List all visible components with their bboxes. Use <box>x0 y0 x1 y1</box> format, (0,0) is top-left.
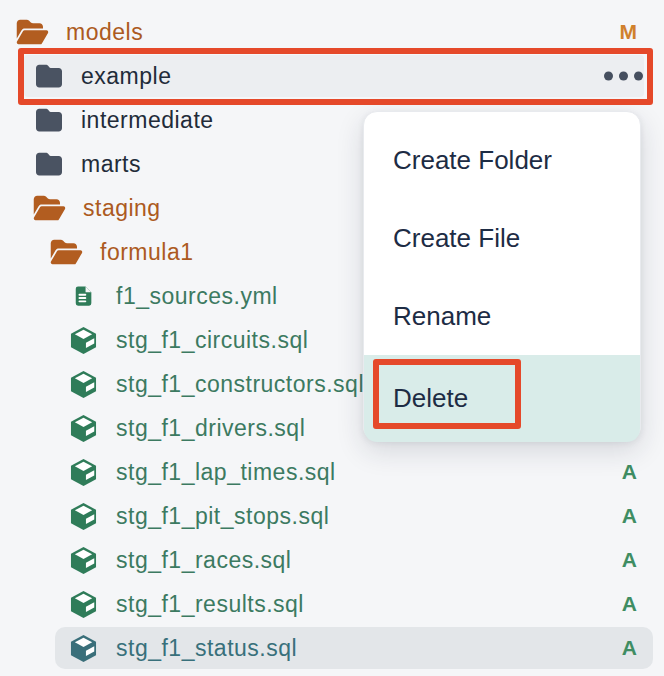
tree-row-stg_f1_status-sql[interactable]: stg_f1_status.sqlA <box>0 626 664 670</box>
file-status-badge: A <box>622 548 637 572</box>
tree-row-stg_f1_lap_times-sql[interactable]: stg_f1_lap_times.sqlA <box>0 450 664 494</box>
model-cube-icon <box>68 325 99 356</box>
file-explorer: modelsMexampleintermediatemartsstagingfo… <box>0 0 664 676</box>
tree-row-stg_f1_races-sql[interactable]: stg_f1_races.sqlA <box>0 538 664 582</box>
folder-open-icon <box>33 194 66 222</box>
tree-row-stg_f1_results-sql[interactable]: stg_f1_results.sqlA <box>0 582 664 626</box>
tree-item-label: example <box>81 63 171 90</box>
tree-item-label: stg_f1_drivers.sql <box>116 415 305 442</box>
menu-item-create-folder[interactable]: Create Folder <box>364 121 640 199</box>
tree-item-label: f1_sources.yml <box>116 283 278 310</box>
tree-item-label: stg_f1_pit_stops.sql <box>116 503 329 530</box>
tree-row-example[interactable]: example <box>0 54 664 98</box>
tree-row-stg_f1_pit_stops-sql[interactable]: stg_f1_pit_stops.sqlA <box>0 494 664 538</box>
file-yml-icon <box>68 282 99 310</box>
tree-item-label: stg_f1_lap_times.sql <box>116 459 336 486</box>
tree-item-label: staging <box>83 195 161 222</box>
model-cube-icon <box>68 413 99 444</box>
folder-open-icon <box>50 238 83 266</box>
file-status-badge: A <box>622 504 637 528</box>
tree-item-label: stg_f1_constructors.sql <box>116 371 364 398</box>
folder-open-icon <box>16 18 49 46</box>
tree-item-label: stg_f1_circuits.sql <box>116 327 308 354</box>
tree-item-label: stg_f1_results.sql <box>116 591 304 618</box>
menu-item-label: Create File <box>393 223 520 254</box>
tree-item-label: formula1 <box>100 239 193 266</box>
menu-item-delete[interactable]: Delete <box>364 355 640 442</box>
menu-item-create-file[interactable]: Create File <box>364 199 640 277</box>
menu-item-rename[interactable]: Rename <box>364 277 640 355</box>
folder-closed-icon <box>33 107 64 133</box>
context-menu: Create FolderCreate FileRenameDelete <box>363 111 641 441</box>
file-status-badge: A <box>622 592 637 616</box>
menu-item-label: Create Folder <box>393 145 552 176</box>
folder-closed-icon <box>33 63 64 89</box>
file-status-badge: A <box>622 636 637 660</box>
model-cube-icon <box>68 369 99 400</box>
row-actions-ellipsis-icon[interactable] <box>604 72 643 81</box>
folder-closed-icon <box>33 151 64 177</box>
tree-item-label: stg_f1_races.sql <box>116 547 291 574</box>
tree-item-label: marts <box>81 151 141 178</box>
model-cube-icon <box>68 501 99 532</box>
tree-item-label: models <box>66 19 143 46</box>
tree-item-label: intermediate <box>81 107 214 134</box>
menu-item-label: Rename <box>393 301 491 332</box>
file-status-badge: A <box>622 460 637 484</box>
file-status-badge: M <box>620 20 638 44</box>
tree-row-models[interactable]: modelsM <box>0 10 664 54</box>
menu-item-label: Delete <box>393 383 468 414</box>
model-cube-icon <box>68 457 99 488</box>
model-cube-icon <box>68 633 99 664</box>
model-cube-icon <box>68 589 99 620</box>
model-cube-icon <box>68 545 99 576</box>
tree-item-label: stg_f1_status.sql <box>116 635 297 662</box>
